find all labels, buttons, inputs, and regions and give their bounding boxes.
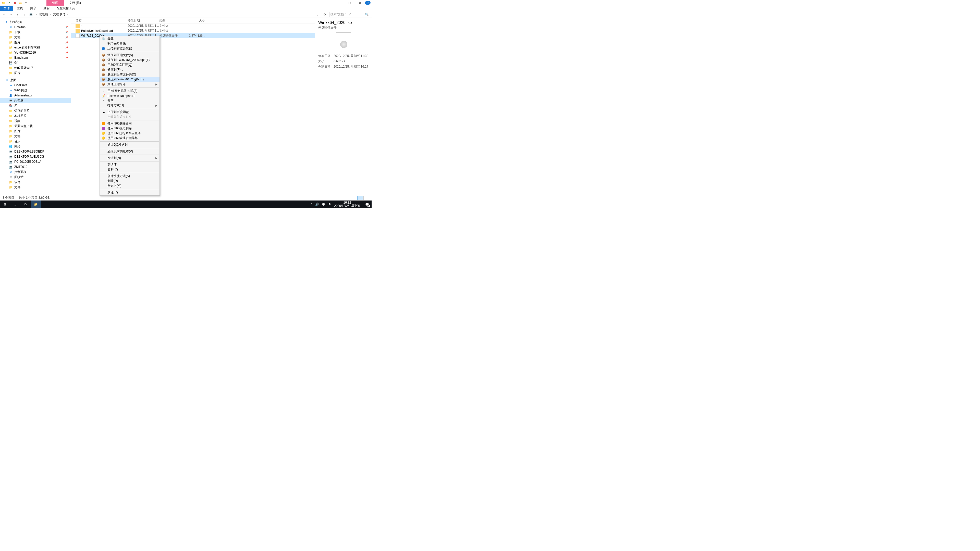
tree-item[interactable]: 📁软件 bbox=[0, 179, 71, 185]
menu-item[interactable]: 发送到(N)▶ bbox=[100, 156, 159, 160]
back-button[interactable]: ← bbox=[2, 13, 7, 16]
minimize-button[interactable]: — bbox=[334, 0, 345, 6]
tree-item[interactable]: 👤Administrator bbox=[0, 93, 71, 98]
taskbar[interactable]: ⊞ ⌕ ⧉ 📁 ^ 🔊 中 ⚑ 16:32 2020/12/25, 星期五 💬3 bbox=[0, 200, 372, 208]
menu-item[interactable]: 属性(R) bbox=[100, 190, 159, 195]
tree-item[interactable]: 💻此电脑 bbox=[0, 98, 71, 103]
col-size[interactable]: 大小 bbox=[185, 18, 205, 23]
tree-item[interactable]: 🖥桌面 bbox=[0, 78, 71, 83]
flag-icon[interactable]: ⚑ bbox=[328, 203, 331, 206]
chevron-right-icon[interactable]: › bbox=[50, 13, 51, 16]
menu-item[interactable]: 🟡使用 360管理右键菜单 bbox=[100, 136, 159, 141]
menu-item[interactable]: 打开方式(H)▶ bbox=[100, 103, 159, 108]
menu-item[interactable]: 🟪使用 360强力删除 bbox=[100, 126, 159, 131]
menu-item[interactable]: 📦解压到(F)... bbox=[100, 67, 159, 72]
menu-item[interactable]: 📦其他压缩命令▶ bbox=[100, 82, 159, 87]
search-icon[interactable]: 🔍 bbox=[365, 13, 369, 16]
up-button[interactable]: ↑ bbox=[21, 13, 27, 16]
crumb-this-pc[interactable]: 此电脑 bbox=[39, 12, 48, 17]
explorer-taskbar-button[interactable]: 📁 bbox=[30, 200, 41, 208]
menu-item[interactable]: 🔵上传到有道云笔记 bbox=[100, 46, 159, 51]
volume-icon[interactable]: 🔊 bbox=[315, 203, 319, 206]
menu-item[interactable]: 💿装载 bbox=[100, 37, 159, 41]
menu-item[interactable]: 删除(D) bbox=[100, 179, 159, 183]
tree-item[interactable]: 📁excel表格制作求和📍 bbox=[0, 45, 71, 50]
new-folder-icon[interactable]: ▭ bbox=[18, 1, 22, 5]
menu-item[interactable]: 通过QQ发送到 bbox=[100, 142, 159, 147]
tab-home[interactable]: 主页 bbox=[13, 6, 27, 11]
tree-item[interactable]: 📁win7重装win7 bbox=[0, 65, 71, 70]
tree-item[interactable]: 📁图片 bbox=[0, 70, 71, 76]
refresh-button[interactable]: ⟳ bbox=[324, 13, 326, 16]
recent-dropdown[interactable]: ▾ bbox=[15, 13, 21, 16]
tree-item[interactable]: 📁保存的图片 bbox=[0, 108, 71, 113]
menu-item[interactable]: 剪切(T) bbox=[100, 162, 159, 167]
crumb-folder[interactable]: 文档 (E:) bbox=[53, 12, 65, 17]
clock[interactable]: 16:32 2020/12/25, 星期五 bbox=[334, 201, 360, 208]
qat-dropdown-icon[interactable]: ▾ bbox=[24, 1, 28, 5]
tree-item[interactable]: 📁图片📍 bbox=[0, 40, 71, 45]
menu-item[interactable]: 刻录光盘映像 bbox=[100, 41, 159, 46]
menu-item[interactable]: 📦添加到 "Win7x64_2020.zip" (T) bbox=[100, 58, 159, 62]
tree-item[interactable]: 📁本机照片 bbox=[0, 113, 71, 118]
tree-item[interactable]: ⚙控制面板 bbox=[0, 169, 71, 175]
tab-disc-tools[interactable]: 光盘映像工具 bbox=[53, 6, 79, 11]
tree-item[interactable]: 📁图片 bbox=[0, 129, 71, 134]
chevron-right-icon[interactable]: › bbox=[36, 13, 37, 16]
system-tray[interactable]: ^ 🔊 中 ⚑ 16:32 2020/12/25, 星期五 💬3 bbox=[311, 200, 372, 208]
tree-item[interactable]: 📁文件 bbox=[0, 185, 71, 190]
tree-item[interactable]: 💻DESKTOP-LSSOEDP bbox=[0, 149, 71, 154]
nav-tree[interactable]: ★快速访问🖥Desktop📍📁下载📍📁文档📍📁图片📍📁excel表格制作求和📍📁… bbox=[0, 18, 71, 194]
tree-item[interactable]: 🌐网络 bbox=[0, 144, 71, 149]
contextual-tab-manage[interactable]: 管理 bbox=[46, 0, 64, 6]
close-button[interactable]: ✕ bbox=[355, 0, 365, 6]
forward-button[interactable]: → bbox=[8, 13, 14, 16]
tree-item[interactable]: 📁下载📍 bbox=[0, 30, 71, 35]
maximize-button[interactable]: ▢ bbox=[345, 0, 355, 6]
start-button[interactable]: ⊞ bbox=[0, 200, 10, 208]
tree-item[interactable]: 📁天翼云盘下载 bbox=[0, 124, 71, 129]
column-headers[interactable]: 名称 修改日期 类型 大小 bbox=[71, 18, 315, 24]
tree-item[interactable]: ★快速访问 bbox=[0, 19, 71, 24]
menu-item[interactable]: 🟧使用 360解除占用 bbox=[100, 121, 159, 126]
menu-item[interactable]: 还原以前的版本(V) bbox=[100, 149, 159, 154]
menu-item[interactable]: 重命名(M) bbox=[100, 183, 159, 188]
col-name[interactable]: 名称 bbox=[76, 18, 127, 23]
ime-icon[interactable]: 中 bbox=[322, 202, 325, 206]
col-type[interactable]: 类型 bbox=[159, 18, 185, 23]
menu-item[interactable]: 📦添加到压缩文件(A)... bbox=[100, 53, 159, 58]
menu-item[interactable]: 📦用360压缩打开(Q) bbox=[100, 62, 159, 67]
chevron-right-icon[interactable]: › bbox=[67, 13, 68, 16]
tree-item[interactable]: 📁Bandicam📍 bbox=[0, 55, 71, 60]
tree-item[interactable]: ☁OneDrive bbox=[0, 83, 71, 88]
tree-item[interactable]: 💻PC-20190530OBLA bbox=[0, 159, 71, 164]
tree-item[interactable]: 📁YUNQISHI2019📍 bbox=[0, 50, 71, 55]
search-input[interactable]: 搜索"文档 (E:)" 🔍 bbox=[329, 12, 370, 17]
tree-item[interactable]: 📁视频 bbox=[0, 118, 71, 124]
action-center-button[interactable]: 💬3 bbox=[363, 200, 371, 208]
tree-item[interactable]: 🖥Desktop📍 bbox=[0, 24, 71, 30]
menu-item[interactable]: ↗共享 bbox=[100, 98, 159, 103]
col-date[interactable]: 修改日期 bbox=[127, 18, 159, 23]
menu-item[interactable]: 🟡使用 360进行木马云查杀 bbox=[100, 131, 159, 136]
view-details-button[interactable] bbox=[357, 196, 363, 200]
menu-item[interactable]: ☁上传到百度网盘 bbox=[100, 110, 159, 114]
help-icon[interactable]: ? bbox=[365, 1, 371, 5]
tray-overflow-icon[interactable]: ^ bbox=[311, 203, 312, 206]
view-large-button[interactable] bbox=[363, 196, 369, 200]
close-red-icon[interactable]: ✖ bbox=[13, 1, 17, 5]
tree-item[interactable]: 💻DESKTOP-NJEU3CG bbox=[0, 154, 71, 159]
menu-item[interactable]: 创建快捷方式(S) bbox=[100, 174, 159, 179]
tab-share[interactable]: 共享 bbox=[27, 6, 40, 11]
tree-item[interactable]: 📁音乐 bbox=[0, 139, 71, 144]
address-dropdown[interactable]: ⌄ bbox=[315, 13, 321, 16]
tree-item[interactable]: 📚库 bbox=[0, 103, 71, 108]
search-button[interactable]: ⌕ bbox=[10, 200, 21, 208]
menu-item[interactable]: 📝Edit with Notepad++ bbox=[100, 94, 159, 98]
checkmark-icon[interactable]: ✔ bbox=[7, 1, 11, 5]
menu-item[interactable]: 复制(C) bbox=[100, 167, 159, 172]
menu-item[interactable]: 📦解压到当前文件夹(X) bbox=[100, 72, 159, 77]
tree-item[interactable]: 🗑回收站 bbox=[0, 175, 71, 179]
menu-item[interactable]: 📦解压到 Win7x64_2020\ (E) bbox=[100, 77, 159, 82]
menu-item[interactable]: ·用 蜂蜜浏览器 浏览(3) bbox=[100, 89, 159, 94]
